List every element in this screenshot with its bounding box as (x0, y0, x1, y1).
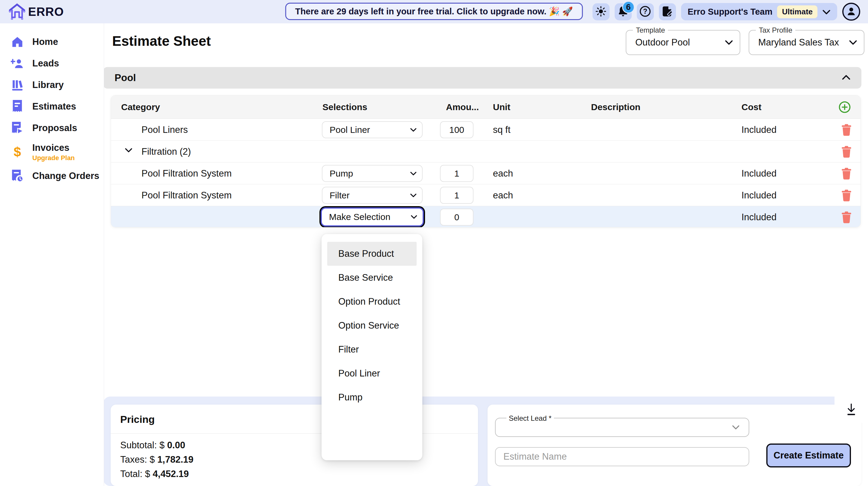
create-estimate-button[interactable]: Create Estimate (766, 444, 851, 467)
account-button[interactable] (842, 3, 860, 21)
person-add-icon (11, 57, 24, 70)
template-label: Template (633, 26, 668, 34)
estimate-name-input[interactable] (495, 447, 749, 466)
sidebar-item-estimates[interactable]: Estimates (0, 96, 104, 117)
person-icon (846, 6, 857, 18)
topbar-actions: 6 ? (592, 3, 860, 21)
help-button[interactable]: ? (637, 3, 654, 20)
download-corner (835, 397, 868, 423)
delete-row-button[interactable] (841, 146, 852, 159)
trash-icon (841, 189, 852, 202)
menu-item-base-product[interactable]: Base Product (327, 242, 417, 266)
total-line: Total: $ 4,452.19 (120, 468, 189, 479)
amount-input[interactable]: 100 (440, 121, 473, 138)
trial-banner[interactable]: There are 29 days left in your free tria… (285, 3, 583, 20)
sidebar: Home Leads Library E (0, 23, 104, 486)
add-row-button[interactable] (838, 101, 851, 114)
pool-section-header[interactable]: Pool (103, 67, 861, 89)
sun-icon (595, 6, 607, 18)
selection-select[interactable]: Pump (322, 165, 423, 182)
chevron-down-icon (410, 193, 417, 198)
page-title: Estimate Sheet (112, 33, 211, 49)
table-row: Pool Filtration System Pump 1 each Inclu… (111, 162, 861, 184)
selection-select[interactable]: Filter (322, 187, 423, 204)
sidebar-item-invoices[interactable]: $ Invoices Upgrade Plan (0, 139, 104, 165)
select-lead-label: Select Lead * (506, 414, 554, 423)
total-value: 4,452.19 (153, 468, 189, 479)
chevron-down-icon (125, 148, 132, 154)
sidebar-item-change-orders[interactable]: Change Orders (0, 165, 104, 187)
logo-text: ERRO (28, 5, 64, 19)
table-header-row: Category Selections Amou... Unit Descrip… (111, 95, 861, 119)
table-row: Pool Filtration System Filter 1 each Inc… (111, 184, 861, 206)
table-row: Pool Liners Pool Liner 100 sq ft Include… (111, 119, 861, 141)
home-icon (11, 35, 24, 49)
select-lead-dropdown[interactable]: Select Lead * (495, 418, 749, 437)
chevron-down-icon (732, 425, 740, 430)
chevron-down-icon (410, 172, 417, 176)
delete-row-button[interactable] (841, 168, 852, 180)
app-root: ERRO There are 29 days left in your free… (0, 0, 868, 486)
menu-item-pool-liner[interactable]: Pool Liner (327, 362, 417, 386)
trash-icon (841, 124, 852, 137)
table-group-row: Filtration (2) (111, 141, 861, 162)
sidebar-item-library[interactable]: Library (0, 74, 104, 96)
menu-item-base-service[interactable]: Base Service (327, 266, 417, 290)
delete-row-button[interactable] (841, 189, 852, 202)
team-name: Erro Support's Team (688, 7, 773, 17)
sidebar-item-proposals[interactable]: Proposals (0, 117, 104, 139)
download-button[interactable] (844, 402, 858, 417)
chevron-down-icon (822, 7, 831, 17)
notifications-button[interactable]: 6 (615, 3, 632, 20)
chevron-down-icon (725, 40, 733, 45)
taxes-value: 1,782.19 (157, 454, 193, 465)
trash-icon (841, 168, 852, 180)
template-select[interactable]: Template Outdoor Pool (626, 30, 740, 55)
trash-icon (841, 211, 852, 224)
pricing-title: Pricing (120, 414, 155, 425)
help-icon: ? (639, 5, 651, 18)
trial-banner-text: There are 29 days left in your free tria… (295, 6, 573, 17)
template-value: Outdoor Pool (635, 37, 690, 48)
plus-circle-icon (838, 101, 851, 114)
amount-input[interactable]: 0 (440, 209, 473, 226)
bottom-panel: Pricing Subtotal: $ 0.00 Taxes: $ 1,782.… (103, 397, 861, 486)
create-estimate-card: Select Lead * Create Estimate (488, 404, 861, 486)
menu-item-option-product[interactable]: Option Product (327, 290, 417, 314)
pricing-card: Pricing Subtotal: $ 0.00 Taxes: $ 1,782.… (111, 404, 478, 486)
sidebar-item-home[interactable]: Home (0, 31, 104, 53)
topbar: ERRO There are 29 days left in your free… (0, 0, 868, 23)
tax-profile-label: Tax Profile (756, 26, 795, 34)
taxes-line: Taxes: $ 1,782.19 (120, 454, 193, 465)
menu-item-filter[interactable]: Filter (327, 338, 417, 362)
logo-house-icon (8, 2, 26, 21)
collapse-section-button[interactable] (842, 75, 851, 81)
selection-select[interactable]: Pool Liner (322, 121, 423, 138)
amount-input[interactable]: 1 (440, 165, 473, 182)
subtotal-line: Subtotal: $ 0.00 (120, 440, 185, 451)
books-icon (11, 79, 24, 92)
theme-toggle-button[interactable] (592, 3, 610, 20)
chevron-down-icon (410, 128, 417, 132)
amount-input[interactable]: 1 (440, 187, 473, 204)
upgrade-plan-label: Upgrade Plan (32, 154, 75, 162)
delete-row-button[interactable] (841, 124, 852, 137)
delete-row-button[interactable] (841, 211, 852, 224)
feedback-button[interactable] (659, 3, 676, 20)
selection-select-focused[interactable]: Make Selection (321, 207, 424, 226)
subtotal-value: 0.00 (167, 440, 185, 450)
sidebar-item-leads[interactable]: Leads (0, 53, 104, 74)
menu-item-pump[interactable]: Pump (327, 386, 417, 409)
expand-group-button[interactable] (125, 148, 132, 154)
chevron-up-icon (842, 75, 851, 81)
divider (111, 433, 478, 434)
receipt-clock-icon (11, 170, 24, 183)
edit-document-icon (662, 6, 673, 18)
pool-section-title: Pool (115, 72, 136, 84)
team-selector[interactable]: Erro Support's Team Ultimate (681, 3, 837, 20)
menu-item-option-service[interactable]: Option Service (327, 314, 417, 338)
chevron-down-icon (411, 215, 417, 219)
table-row-selected: Make Selection 0 Included (111, 206, 861, 227)
dollar-icon: $ (11, 146, 24, 159)
tax-profile-select[interactable]: Tax Profile Maryland Sales Tax (749, 30, 864, 55)
